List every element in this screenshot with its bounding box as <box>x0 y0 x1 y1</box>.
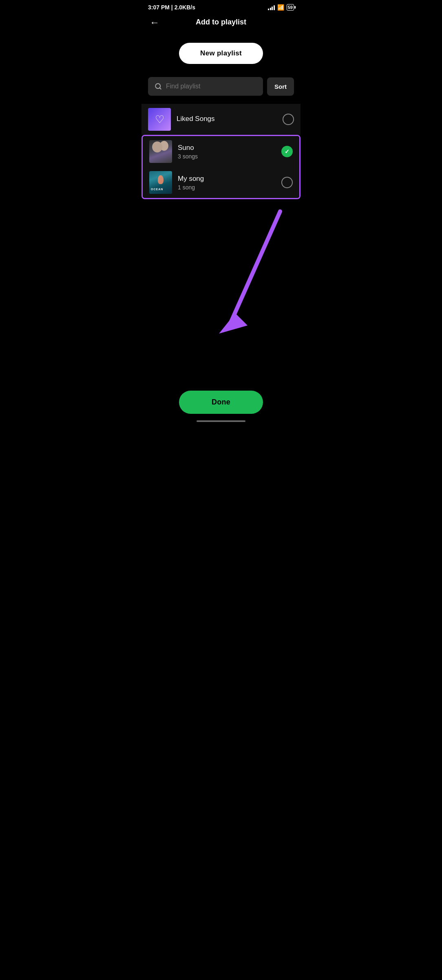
playlist-name: Liked Songs <box>177 115 277 123</box>
search-icon <box>155 83 162 90</box>
checkmark-icon: ✓ <box>285 148 290 155</box>
page-title: Add to playlist <box>196 18 246 26</box>
list-item[interactable]: ♡ Liked Songs <box>141 104 301 135</box>
playlist-name: Suno <box>178 144 276 152</box>
wifi-icon: 📶 <box>277 4 284 11</box>
status-separator: | <box>171 4 175 11</box>
status-bar: 3:07 PM | 2.0KB/s 📶 59 <box>141 0 301 13</box>
header: ← Add to playlist <box>141 13 301 33</box>
status-icons: 📶 59 <box>268 4 294 11</box>
arrow-annotation <box>199 203 288 346</box>
suno-thumb-image <box>149 140 172 163</box>
status-network: 2.0KB/s <box>175 4 195 11</box>
suno-thumbnail <box>149 140 172 163</box>
playlist-info: Liked Songs <box>177 115 277 124</box>
done-button[interactable]: Done <box>179 391 263 414</box>
mysong-thumb-image <box>149 171 172 194</box>
playlist-meta: 3 songs <box>178 153 276 160</box>
status-time-network: 3:07 PM | 2.0KB/s <box>148 4 195 11</box>
home-indicator <box>197 420 245 422</box>
search-input[interactable] <box>166 83 256 90</box>
search-sort-row: Sort <box>141 77 301 104</box>
svg-line-1 <box>159 88 161 89</box>
battery-level: 59 <box>288 5 293 10</box>
playlist-meta: 1 song <box>178 184 276 191</box>
list-item[interactable]: Suno 3 songs ✓ <box>143 136 299 167</box>
search-bar[interactable] <box>148 77 263 96</box>
new-playlist-button[interactable]: New playlist <box>179 43 263 64</box>
playlist-list: ♡ Liked Songs Suno 3 songs ✓ <box>141 104 301 199</box>
sort-button[interactable]: Sort <box>267 77 294 96</box>
empty-space <box>141 199 301 387</box>
bottom-section: Done <box>141 387 301 434</box>
svg-line-2 <box>231 211 280 321</box>
mysong-thumbnail <box>149 171 172 194</box>
heart-icon: ♡ <box>155 113 164 126</box>
status-time: 3:07 PM <box>148 4 170 11</box>
playlist-info: Suno 3 songs <box>178 144 276 160</box>
selected-check: ✓ <box>281 146 293 157</box>
battery-icon: 59 <box>287 4 294 11</box>
playlist-info: My song 1 song <box>178 175 276 191</box>
select-radio <box>283 114 294 125</box>
liked-songs-thumbnail: ♡ <box>148 108 171 131</box>
svg-marker-3 <box>219 313 248 334</box>
list-item[interactable]: My song 1 song <box>143 167 299 198</box>
select-radio <box>281 177 293 188</box>
highlighted-playlists: Suno 3 songs ✓ My song 1 song <box>141 135 301 199</box>
back-button[interactable]: ← <box>148 15 161 30</box>
new-playlist-section: New playlist <box>141 33 301 77</box>
playlist-name: My song <box>178 175 276 183</box>
signal-icon <box>268 4 275 10</box>
